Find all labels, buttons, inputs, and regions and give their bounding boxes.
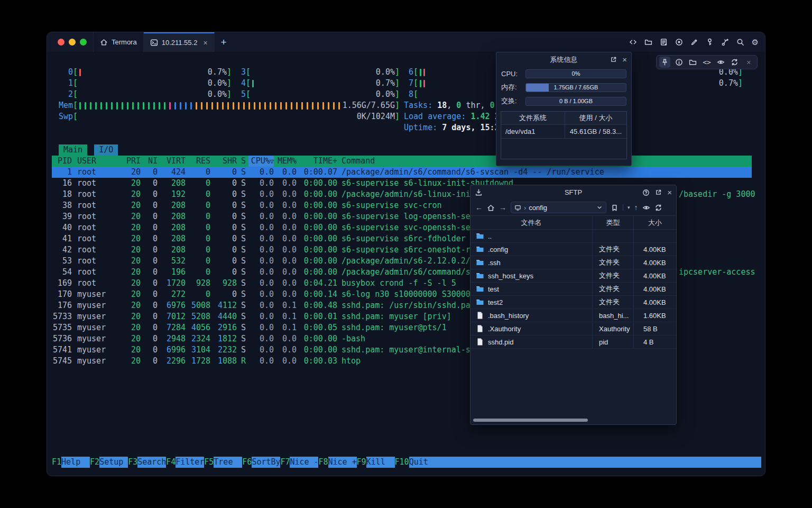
key-icon[interactable]: [706, 38, 714, 46]
file-size: 4.00KB: [634, 256, 676, 269]
fnlabel-quit[interactable]: Quit: [409, 457, 438, 468]
fnlabel-sortby[interactable]: SortBy: [252, 457, 280, 468]
header-col-s[interactable]: S: [237, 156, 248, 167]
download-icon[interactable]: [475, 188, 483, 196]
fnlabel-nice[interactable]: Nice +: [328, 457, 357, 468]
green-meter-bar: [85, 102, 86, 110]
red-meter-bar: [423, 69, 425, 76]
header-col-pri[interactable]: PRI: [109, 156, 141, 167]
snippets-button[interactable]: <>: [701, 57, 712, 68]
header-col-pid[interactable]: PID: [52, 156, 72, 167]
htop-uptime: Uptime: 7 days, 15:3: [404, 122, 500, 133]
path-selector[interactable]: › config: [511, 202, 606, 213]
file-row[interactable]: sshd.pidpid4 B: [470, 335, 676, 349]
header-col-res[interactable]: RES: [186, 156, 210, 167]
blue-meter-bar: [174, 102, 176, 110]
filesystem-row[interactable]: /dev/vda1 45.61GB / 58.3...: [501, 125, 626, 139]
close-toolbar-button[interactable]: ×: [743, 57, 754, 68]
orange-meter-bar: [317, 102, 319, 110]
cpu-label: CPU:: [501, 70, 521, 78]
header-col-time[interactable]: TIME+: [297, 156, 337, 167]
info-button[interactable]: [673, 57, 684, 68]
process-row[interactable]: 1root20042400S0.00.00:00.07/package/admi…: [52, 167, 752, 178]
edit-icon[interactable]: [690, 38, 698, 46]
refresh-icon[interactable]: [654, 204, 662, 212]
terminal-view[interactable]: 0[0.7%]1[0.0%]2[0.0%]3[0.0%]4[0.7%]5[0.0…: [47, 52, 765, 476]
blue-meter-bar: [180, 102, 181, 110]
fnlabel-nice[interactable]: Nice -: [290, 457, 318, 468]
file-row[interactable]: test2文件夹4.00KB: [470, 296, 676, 309]
fnkey-f5: F5: [204, 457, 214, 468]
horizontal-scrollbar[interactable]: [473, 419, 588, 422]
visibility-button[interactable]: [715, 57, 726, 68]
tab-termora[interactable]: Termora: [93, 32, 144, 52]
fnlabel-filter[interactable]: Filter: [176, 457, 204, 468]
log-icon[interactable]: [660, 38, 668, 46]
zoom-window-button[interactable]: [80, 39, 87, 46]
file-row[interactable]: ssh_host_keys文件夹4.00KB: [470, 269, 676, 283]
bookmark-caret-icon[interactable]: ▾: [628, 205, 630, 210]
close-window-button[interactable]: [58, 39, 64, 46]
show-hidden-eye-icon[interactable]: [642, 204, 650, 212]
back-icon[interactable]: ←: [475, 203, 483, 212]
new-tab-button[interactable]: +: [215, 32, 233, 52]
green-meter-bar: [148, 102, 150, 110]
bookmark-icon[interactable]: [611, 204, 619, 212]
record-icon[interactable]: [675, 38, 683, 46]
col-size[interactable]: 大小: [634, 216, 676, 229]
header-col-ni[interactable]: NI: [141, 156, 158, 167]
tab-session[interactable]: 10.211.55.2 ×: [144, 32, 215, 52]
open-in-window-icon[interactable]: [655, 189, 662, 196]
file-row[interactable]: .ssh文件夹4.00KB: [470, 256, 676, 269]
green-meter-bar: [100, 102, 102, 110]
upload-icon[interactable]: ↑: [634, 203, 638, 212]
htop-tasks: Tasks: 18, 0 thr, 0: [404, 100, 495, 111]
col-filename[interactable]: 文件名: [470, 216, 593, 229]
file-row[interactable]: ..: [470, 230, 676, 243]
header-col-user[interactable]: USER: [72, 156, 109, 167]
file-row[interactable]: .bash_historybash_hi...1.60KB: [470, 309, 676, 322]
minimize-window-button[interactable]: [69, 39, 76, 46]
open-in-window-icon[interactable]: [610, 56, 617, 63]
files-button[interactable]: [687, 57, 698, 68]
orange-meter-bar: [248, 102, 250, 110]
green-meter-bar: [164, 102, 165, 110]
green-meter-bar: [122, 102, 123, 110]
fnlabel-setup[interactable]: Setup: [99, 457, 128, 468]
search-icon[interactable]: [736, 38, 744, 46]
cpu-meter-2: 2[0.0%]: [59, 89, 232, 100]
close-panel-icon[interactable]: ×: [667, 188, 672, 197]
file-row[interactable]: .XauthorityXauthority58 B: [470, 322, 676, 335]
file-row[interactable]: test文件夹4.00KB: [470, 283, 676, 296]
settings-gear-icon[interactable]: ⚙: [752, 38, 759, 46]
header-col-virt[interactable]: VIRT: [158, 156, 186, 167]
header-col-mem[interactable]: MEM%: [274, 156, 297, 167]
col-type[interactable]: 类型: [593, 216, 634, 229]
help-icon[interactable]: [642, 189, 650, 196]
close-tab-icon[interactable]: ×: [203, 39, 207, 47]
sync-button[interactable]: [729, 57, 740, 68]
folder-icon[interactable]: [644, 38, 652, 46]
header-col-cpu[interactable]: CPU%▽: [248, 156, 274, 167]
titlebar-actions: ⚙: [629, 32, 759, 52]
fnlabel-kill[interactable]: Kill: [366, 457, 395, 468]
code-icon[interactable]: [629, 38, 637, 46]
file-row[interactable]: .config文件夹4.00KB: [470, 243, 676, 256]
file-size: 4.00KB: [634, 243, 676, 256]
header-col-shr[interactable]: SHR: [210, 156, 237, 167]
htop-tab-main[interactable]: Main: [59, 144, 87, 156]
home-icon[interactable]: [487, 204, 495, 212]
folder-icon: [689, 58, 697, 66]
htop-tab-io[interactable]: I/O: [94, 144, 118, 156]
file-name: ..: [488, 232, 492, 240]
keychain-icon[interactable]: [721, 38, 729, 46]
pin-button[interactable]: [659, 57, 670, 68]
htop-meters: 0[0.7%]1[0.0%]2[0.0%]3[0.0%]4[0.7%]5[0.0…: [52, 67, 752, 138]
orange-meter-bar: [206, 102, 208, 110]
file-size: 4.00KB: [634, 269, 676, 282]
fnlabel-help[interactable]: Help: [61, 457, 90, 468]
close-panel-icon[interactable]: ×: [622, 55, 627, 64]
forward-icon[interactable]: →: [499, 203, 506, 212]
fnlabel-search[interactable]: Search: [137, 457, 166, 468]
fnlabel-tree[interactable]: Tree: [214, 457, 242, 468]
